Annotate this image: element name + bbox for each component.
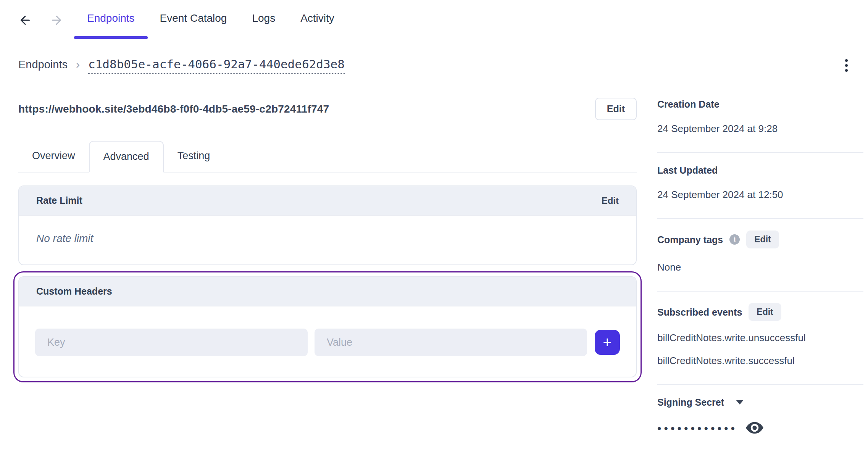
tab-testing[interactable]: Testing xyxy=(164,141,224,172)
breadcrumb-endpoints-link[interactable]: Endpoints xyxy=(18,58,68,71)
company-tags-header: Company tags i Edit xyxy=(657,230,863,248)
signing-secret-row: •••••••••••• xyxy=(657,422,863,435)
signing-secret-masked-value: •••••••••••• xyxy=(657,423,737,434)
subscribed-events-header: Subscribed events Edit xyxy=(657,303,863,321)
endpoint-url-row: https://webhook.site/3ebd46b8-f0f0-4db5-… xyxy=(18,98,637,120)
top-tab-logs[interactable]: Logs xyxy=(252,11,275,39)
company-tags-edit-button[interactable]: Edit xyxy=(746,230,779,248)
signing-secret-label: Signing Secret xyxy=(657,397,724,408)
rate-limit-card-header: Rate Limit Edit xyxy=(19,186,636,216)
endpoint-url: https://webhook.site/3ebd46b8-f0f0-4db5-… xyxy=(18,103,329,115)
top-tab-event-catalog[interactable]: Event Catalog xyxy=(160,11,227,39)
tab-advanced[interactable]: Advanced xyxy=(89,141,164,172)
top-nav: Endpoints Event Catalog Logs Activity xyxy=(0,0,868,41)
creation-date-value: 24 September 2024 at 9:28 xyxy=(657,123,863,135)
custom-headers-card: Custom Headers + xyxy=(18,276,637,377)
custom-headers-highlight-ring: Custom Headers + xyxy=(13,271,642,382)
rate-limit-edit-button[interactable]: Edit xyxy=(602,195,619,206)
chevron-down-icon xyxy=(736,400,744,405)
signing-secret-header[interactable]: Signing Secret xyxy=(657,397,863,408)
top-tab-activity[interactable]: Activity xyxy=(300,11,334,39)
custom-headers-body: + xyxy=(19,306,636,377)
details-sidebar: Creation Date 24 September 2024 at 9:28 … xyxy=(657,98,863,453)
arrow-right-icon xyxy=(50,13,63,28)
last-updated-label: Last Updated xyxy=(657,164,863,176)
creation-date-label: Creation Date xyxy=(657,98,863,110)
rate-limit-body: No rate limit xyxy=(19,216,636,264)
breadcrumb-row: Endpoints › c1d8b05e-acfe-4066-92a7-440e… xyxy=(0,54,868,76)
header-value-input[interactable] xyxy=(315,329,587,356)
subscribed-events-edit-button[interactable]: Edit xyxy=(749,303,781,321)
forward-button[interactable] xyxy=(50,14,63,27)
custom-headers-card-header: Custom Headers xyxy=(19,277,636,306)
detail-tab-bar: Overview Advanced Testing xyxy=(18,141,637,172)
subscribed-event-item: billCreditNotes.write.unsuccessful xyxy=(657,332,863,344)
rate-limit-empty-text: No rate limit xyxy=(36,232,619,245)
signing-secret-section: Signing Secret •••••••••••• xyxy=(657,385,863,453)
rate-limit-card: Rate Limit Edit No rate limit xyxy=(18,185,637,265)
rate-limit-title: Rate Limit xyxy=(36,195,82,206)
reveal-secret-button[interactable] xyxy=(746,422,763,435)
tab-overview[interactable]: Overview xyxy=(18,141,89,172)
last-updated-value: 24 September 2024 at 12:50 xyxy=(657,189,863,201)
top-tab-endpoints[interactable]: Endpoints xyxy=(87,11,135,39)
subscribed-event-item: billCreditNotes.write.successful xyxy=(657,355,863,367)
breadcrumb-endpoint-id[interactable]: c1d8b05e-acfe-4066-92a7-440ede62d3e8 xyxy=(88,57,345,74)
main-column: https://webhook.site/3ebd46b8-f0f0-4db5-… xyxy=(18,98,637,382)
nav-arrows xyxy=(18,14,63,27)
chevron-right-icon: › xyxy=(76,58,80,71)
header-key-input[interactable] xyxy=(35,329,308,356)
creation-date-section: Creation Date 24 September 2024 at 9:28 xyxy=(657,98,863,152)
edit-url-button[interactable]: Edit xyxy=(595,98,637,120)
three-dots-vertical-icon xyxy=(845,59,848,72)
add-header-button[interactable]: + xyxy=(595,330,620,355)
company-tags-label: Company tags xyxy=(657,234,723,245)
arrow-left-icon xyxy=(18,13,32,28)
subscribed-events-section: Subscribed events Edit billCreditNotes.w… xyxy=(657,292,863,384)
content: https://webhook.site/3ebd46b8-f0f0-4db5-… xyxy=(0,98,868,453)
subscribed-events-label: Subscribed events xyxy=(657,306,742,318)
breadcrumb: Endpoints › c1d8b05e-acfe-4066-92a7-440e… xyxy=(18,57,345,74)
eye-icon xyxy=(746,422,763,435)
last-updated-section: Last Updated 24 September 2024 at 12:50 xyxy=(657,153,863,218)
top-tab-bar: Endpoints Event Catalog Logs Activity xyxy=(87,11,334,39)
back-button[interactable] xyxy=(18,14,32,27)
kebab-menu-button[interactable] xyxy=(838,57,854,74)
info-icon: i xyxy=(729,234,740,245)
custom-headers-title: Custom Headers xyxy=(36,286,112,297)
company-tags-value: None xyxy=(657,261,863,273)
company-tags-section: Company tags i Edit None xyxy=(657,219,863,291)
